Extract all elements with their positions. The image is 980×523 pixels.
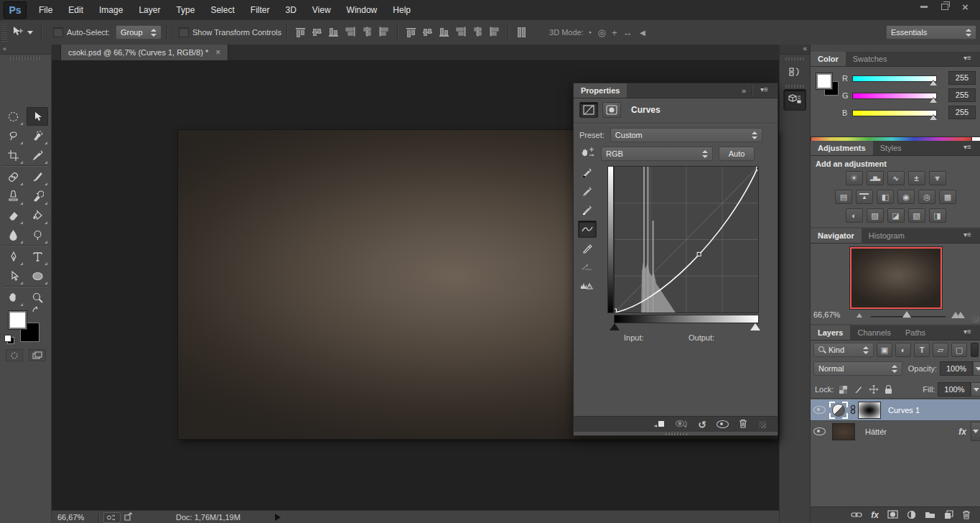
red-slider-track[interactable] — [852, 75, 937, 82]
layer-filter-kind-dropdown[interactable]: Kind — [813, 343, 874, 357]
auto-select-checkbox[interactable] — [53, 27, 63, 37]
new-group-folder-icon[interactable] — [925, 510, 935, 520]
distribute-top-edges-icon[interactable] — [406, 27, 418, 37]
tab-navigator[interactable]: Navigator — [811, 228, 862, 243]
levels-icon[interactable] — [867, 171, 884, 185]
dock-grip[interactable] — [785, 85, 804, 88]
document-tab[interactable]: csoki.psd @ 66,7% (Curves 1, RGB/8) * — [60, 45, 228, 60]
history-panel-icon-button[interactable] — [784, 62, 806, 82]
invert-icon[interactable] — [846, 208, 863, 223]
menu-edit[interactable]: Edit — [60, 0, 91, 20]
status-export-icon[interactable] — [123, 512, 134, 522]
layer-fx-label[interactable]: fx — [958, 427, 966, 437]
panel-res1ize-grip[interactable] — [759, 421, 766, 428]
zoom-out-icon[interactable] — [857, 313, 862, 318]
green-value-field[interactable]: 255 — [948, 88, 976, 102]
panel-menu-icon[interactable] — [963, 143, 978, 153]
gray-point-eyedropper-icon[interactable] — [578, 183, 595, 199]
3d-slide-icon[interactable]: ↔ — [623, 27, 633, 38]
adjustment-layer-thumbnail[interactable] — [829, 402, 848, 419]
clip-to-layer-icon[interactable] — [653, 420, 665, 430]
menu-window[interactable]: Window — [339, 0, 386, 20]
history-brush-tool[interactable] — [27, 187, 48, 205]
move-tool[interactable] — [27, 107, 48, 126]
clipping-warning-icon[interactable] — [578, 278, 595, 294]
brush-tool[interactable] — [27, 167, 48, 186]
properties-panel-icon-button[interactable] — [783, 89, 806, 111]
layer-row-hatter[interactable]: Háttér fx — [811, 420, 980, 442]
layer-name[interactable]: Curves 1 — [888, 406, 920, 415]
lock-image-pixels-icon[interactable] — [853, 384, 864, 394]
edit-curve-points-icon[interactable] — [578, 221, 597, 238]
panel-menu-icon[interactable] — [963, 231, 978, 241]
menu-3d[interactable]: 3D — [277, 0, 304, 20]
fill-value-field[interactable]: 100% — [938, 382, 971, 397]
tab-properties[interactable]: Properties — [574, 83, 627, 98]
layer-mask-thumbnail[interactable] — [858, 402, 881, 419]
white-point-eyedropper-icon[interactable] — [578, 202, 595, 218]
status-zoom-field[interactable]: 66,67% — [52, 513, 96, 522]
menu-filter[interactable]: Filter — [243, 0, 278, 20]
hand-tool[interactable] — [2, 288, 24, 307]
tab-color[interactable]: Color — [811, 52, 846, 66]
3d-rotate-icon[interactable]: ◔ — [587, 27, 592, 38]
layer-row-curves-1[interactable]: Curves 1 — [811, 399, 980, 420]
filter-adjustment-layers-icon[interactable] — [895, 343, 911, 357]
preset-dropdown[interactable]: Custom — [610, 128, 762, 142]
panel-resize-grip[interactable] — [972, 315, 979, 323]
curves-graph[interactable] — [614, 166, 759, 313]
distribute-bottom-edges-icon[interactable] — [439, 27, 451, 37]
align-left-edges-icon[interactable] — [346, 27, 356, 39]
channel-mixer-icon[interactable] — [918, 190, 935, 204]
quick-selection-tool[interactable] — [27, 126, 48, 145]
view-previous-state-icon[interactable] — [675, 420, 688, 429]
dock-grip[interactable] — [785, 57, 804, 60]
toggle-visibility-eye-icon[interactable] — [717, 420, 729, 428]
panel-menu-icon[interactable] — [760, 85, 775, 96]
exposure-icon[interactable] — [908, 171, 925, 185]
tab-adjustments[interactable]: Adjustments — [811, 141, 873, 155]
vibrance-icon[interactable] — [929, 171, 946, 185]
path-selection-tool[interactable] — [2, 267, 24, 285]
navigator-zoom-slider-thumb[interactable] — [902, 311, 911, 318]
red-slider-thumb[interactable] — [930, 80, 937, 85]
pen-tool[interactable] — [2, 247, 24, 266]
menu-layer[interactable]: Layer — [131, 0, 168, 20]
tab-paths[interactable]: Paths — [898, 325, 933, 340]
dodge-tool[interactable] — [27, 226, 48, 244]
layer-image-thumbnail[interactable] — [832, 423, 855, 440]
delete-layer-trash-icon[interactable] — [962, 510, 971, 521]
restore-button[interactable] — [934, 1, 955, 13]
black-point-eyedropper-icon[interactable] — [578, 165, 595, 180]
lock-all-icon[interactable] — [883, 384, 894, 394]
dock-expand-button[interactable]: « — [780, 45, 810, 55]
blue-slider-track[interactable] — [852, 110, 937, 116]
type-tool[interactable] — [27, 247, 48, 266]
properties-panel-header[interactable]: Properties » — [574, 83, 778, 98]
green-slider-track[interactable] — [852, 93, 937, 99]
blue-value-field[interactable]: 255 — [948, 106, 976, 119]
curves-properties-icon-button[interactable] — [579, 102, 598, 118]
fx-collapse-button[interactable] — [971, 422, 980, 441]
blur-tool[interactable] — [2, 226, 24, 244]
foreground-color-swatch[interactable] — [8, 310, 27, 330]
screen-mode-button[interactable] — [29, 349, 46, 361]
delete-adjustment-trash-icon[interactable] — [739, 419, 747, 430]
reset-adjustment-icon[interactable] — [698, 419, 706, 430]
green-slider-thumb[interactable] — [930, 98, 937, 103]
zoom-tool[interactable] — [27, 288, 48, 307]
eyedropper-tool[interactable] — [27, 146, 48, 165]
layer-visibility-eye-icon[interactable] — [811, 406, 828, 414]
swap-colors-icon[interactable] — [32, 306, 41, 317]
new-layer-icon[interactable] — [944, 510, 953, 521]
menu-file[interactable]: File — [31, 0, 60, 20]
align-horizontal-centers-icon[interactable] — [363, 27, 373, 39]
tool-preset-caret-icon[interactable] — [27, 31, 33, 34]
panel-drag-grip[interactable] — [666, 433, 687, 435]
red-value-field[interactable]: 255 — [948, 71, 976, 85]
color-lookup-icon[interactable] — [939, 190, 956, 204]
link-layers-icon[interactable] — [851, 511, 862, 519]
navigator-zoom-field[interactable]: 66,67% — [813, 310, 840, 319]
ellipse-shape-tool[interactable] — [27, 267, 48, 285]
tab-close-icon[interactable] — [215, 47, 220, 57]
